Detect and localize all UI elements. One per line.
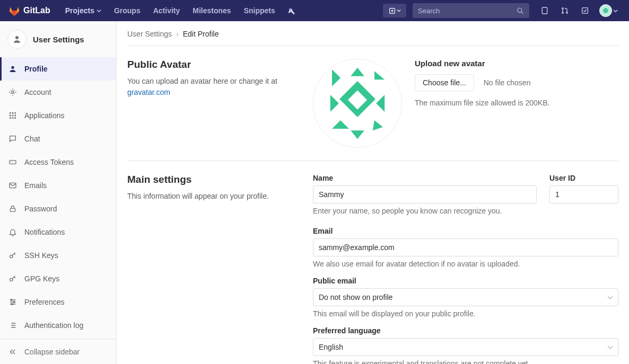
breadcrumb: User Settings › Edit Profile	[127, 30, 618, 46]
sidebar-item-emails[interactable]: Emails	[0, 174, 116, 197]
brand-text: GitLab	[23, 6, 50, 15]
nav-groups[interactable]: Groups	[109, 0, 146, 21]
svg-point-9	[12, 91, 14, 93]
plus-icon	[389, 7, 396, 14]
sidebar-item-password[interactable]: Password	[0, 197, 116, 220]
sidebar-item-gpg-keys[interactable]: GPG Keys	[0, 267, 116, 290]
profile-icon	[8, 65, 17, 73]
svg-point-3	[562, 8, 564, 10]
brand-logo[interactable]: GitLab	[8, 5, 50, 16]
userid-input[interactable]	[549, 185, 618, 203]
name-help: Enter your name, so people you know can …	[313, 207, 537, 215]
key-icon	[8, 274, 17, 283]
merge-requests-icon[interactable]	[556, 0, 574, 21]
sidebar-item-chat[interactable]: Chat	[0, 127, 116, 150]
svg-rect-2	[542, 7, 547, 14]
sidebar-item-label: GPG Keys	[24, 274, 59, 283]
svg-rect-16	[10, 117, 11, 119]
svg-point-23	[10, 278, 13, 281]
email-input[interactable]	[313, 238, 618, 256]
sidebar-item-label: Account	[24, 88, 51, 96]
svg-marker-30	[330, 95, 339, 112]
sidebar-item-label: Password	[24, 205, 57, 213]
nav-projects[interactable]: Projects	[60, 0, 107, 21]
language-label: Preferred language	[313, 326, 618, 335]
sidebar-item-notifications[interactable]: Notifications	[0, 220, 116, 244]
svg-rect-15	[14, 115, 16, 117]
section-title-avatar: Public Avatar	[127, 59, 292, 70]
todos-icon[interactable]	[576, 0, 594, 21]
svg-rect-12	[14, 112, 16, 114]
chevron-down-icon	[397, 8, 401, 13]
public-email-help: This email will be displayed on your pub…	[313, 309, 618, 318]
svg-rect-18	[14, 117, 16, 119]
chevron-down-icon	[97, 8, 101, 13]
svg-rect-21	[10, 208, 15, 211]
public-email-label: Public email	[313, 277, 618, 285]
svg-rect-13	[10, 115, 11, 117]
svg-point-7	[15, 36, 19, 39]
user-menu[interactable]	[596, 0, 621, 21]
svg-point-4	[562, 12, 564, 14]
chevron-double-left-icon	[8, 348, 17, 356]
list-icon	[8, 321, 17, 330]
file-status: No file chosen	[484, 78, 531, 87]
identicon-icon	[315, 61, 400, 146]
sidebar-item-label: Authentication log	[24, 321, 83, 330]
max-size-hint: The maximum file size allowed is 200KB.	[415, 99, 549, 107]
nav-snippets[interactable]: Snippets	[239, 0, 281, 21]
sidebar-item-profile[interactable]: Profile	[0, 57, 116, 81]
sidebar-item-label: Chat	[24, 135, 40, 143]
admin-wrench-icon[interactable]	[283, 0, 301, 21]
bell-icon	[8, 228, 17, 236]
svg-point-25	[13, 301, 15, 303]
sidebar-item-label: Notifications	[24, 228, 65, 236]
svg-rect-10	[10, 112, 11, 114]
key-icon	[8, 251, 17, 260]
breadcrumb-root[interactable]: User Settings	[127, 30, 172, 38]
svg-marker-34	[351, 130, 364, 139]
sidebar-item-label: Applications	[24, 111, 65, 120]
gitlab-logo-icon	[8, 5, 20, 16]
choose-file-button[interactable]: Choose file...	[415, 74, 474, 91]
gravatar-link[interactable]: gravatar.com	[127, 88, 170, 96]
language-help: This feature is experimental and transla…	[313, 359, 618, 364]
svg-marker-29	[374, 71, 385, 79]
sidebar-item-applications[interactable]: Applications	[0, 104, 116, 127]
userid-label: User ID	[549, 174, 618, 182]
search-input[interactable]	[418, 7, 517, 15]
name-label: Name	[313, 174, 537, 182]
svg-point-1	[518, 8, 522, 12]
mail-icon	[8, 181, 17, 190]
avatar-preview	[313, 59, 402, 148]
issues-icon[interactable]	[536, 0, 554, 21]
sidebar-item-label: Profile	[24, 65, 48, 73]
apps-icon	[8, 111, 17, 120]
sidebar-item-preferences[interactable]: Preferences	[0, 290, 116, 314]
svg-marker-35	[373, 120, 383, 130]
chevron-down-icon	[613, 8, 618, 13]
nav-milestones[interactable]: Milestones	[187, 0, 236, 21]
section-desc-main: This information will appear on your pro…	[127, 191, 292, 202]
svg-point-5	[566, 12, 568, 14]
sidebar-item-access-tokens[interactable]: Access Tokens	[0, 150, 116, 174]
user-avatar-placeholder-icon	[7, 30, 27, 49]
new-dropdown[interactable]	[383, 4, 406, 17]
name-input[interactable]	[313, 185, 537, 203]
svg-marker-33	[332, 120, 349, 129]
sidebar-item-ssh-keys[interactable]: SSH Keys	[0, 244, 116, 267]
language-select[interactable]: English	[313, 338, 618, 356]
sidebar-header: User Settings	[0, 21, 116, 57]
svg-rect-6	[582, 8, 588, 14]
token-icon	[8, 158, 17, 166]
search-box[interactable]	[413, 3, 529, 18]
collapse-sidebar[interactable]: Collapse sidebar	[0, 339, 116, 364]
sidebar-item-account[interactable]: Account	[0, 81, 116, 104]
sidebar-item-auth-log[interactable]: Authentication log	[0, 314, 116, 337]
public-email-select[interactable]: Do not show on profile	[313, 288, 618, 306]
avatar-icon	[599, 4, 612, 17]
svg-point-8	[11, 66, 14, 69]
upload-avatar-label: Upload new avatar	[415, 59, 549, 68]
sidebar-item-label: Access Tokens	[24, 158, 74, 166]
nav-activity[interactable]: Activity	[148, 0, 186, 21]
